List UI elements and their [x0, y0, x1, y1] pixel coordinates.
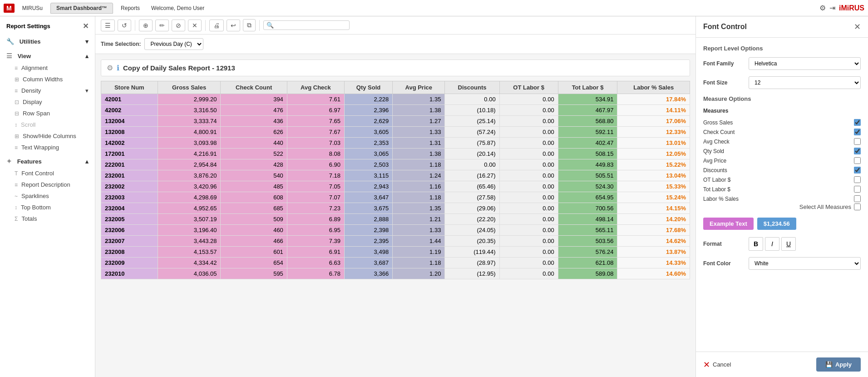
measure-checkbox-avg-check[interactable]: [854, 138, 861, 145]
table-cell: 0.00: [499, 214, 558, 225]
table-cell: 508.15: [558, 149, 617, 159]
nav-tab-reports[interactable]: Reports: [115, 3, 146, 14]
bold-button[interactable]: B: [749, 237, 763, 251]
menu-button[interactable]: ☰: [101, 20, 115, 31]
sidebar-utilities-header[interactable]: 🔧 Utilities ▾: [0, 35, 95, 48]
font-family-dropdown[interactable]: Helvetica Arial Times New Roman Courier …: [749, 57, 861, 70]
toolbar-separator-3: [259, 20, 260, 31]
add-button[interactable]: ⊕: [139, 20, 153, 31]
sidebar-item-text-wrapping[interactable]: ≡ Text Wrapping: [0, 142, 95, 153]
nav-tab-mirusu[interactable]: MIRUSu: [16, 3, 49, 14]
th-avg-price: Avg Price: [393, 81, 445, 94]
print-button[interactable]: 🖨: [209, 20, 224, 31]
apply-button[interactable]: 💾 Apply: [816, 357, 861, 372]
table-cell: (10.18): [445, 105, 499, 116]
table-cell: 13.01%: [617, 138, 690, 149]
clear-filter-button[interactable]: ✕: [188, 20, 202, 31]
measure-checkbox-tot-labor[interactable]: [854, 186, 861, 193]
sidebar-features-header[interactable]: ✦ Features ▴: [0, 155, 95, 168]
sidebar-item-report-description[interactable]: ≡ Report Description: [0, 179, 95, 190]
table-cell: 232002: [101, 181, 158, 192]
refresh-button[interactable]: ↺: [118, 20, 131, 31]
table-cell: 6.90: [287, 159, 344, 170]
sidebar-item-alignment[interactable]: ≡ Alignment: [0, 62, 95, 74]
apply-label: Apply: [835, 361, 852, 368]
table-cell: (24.05): [445, 225, 499, 236]
sparklines-icon: ~: [15, 193, 18, 199]
font-control-label: Font Control: [21, 170, 54, 177]
edit-button[interactable]: ✏: [155, 20, 169, 31]
cancel-button[interactable]: ✕ Cancel: [703, 360, 731, 370]
underline-button[interactable]: U: [781, 237, 796, 251]
table-cell: 592.11: [558, 127, 617, 138]
panel-close-button[interactable]: ✕: [854, 22, 861, 32]
measure-row: OT Labor $: [703, 175, 861, 184]
sidebar-item-row-span[interactable]: ⊟ Row Span: [0, 108, 95, 119]
italic-button[interactable]: I: [765, 237, 779, 251]
sidebar-item-display[interactable]: ⊡ Display: [0, 96, 95, 108]
table-cell: 1.18: [393, 159, 445, 170]
settings-icon[interactable]: ⚙: [819, 4, 826, 12]
table-cell: 0.00: [499, 170, 558, 181]
show-hide-icon: ⊞: [15, 133, 19, 139]
search-input[interactable]: [274, 22, 346, 29]
report-info-icon[interactable]: ℹ: [117, 64, 119, 72]
view-icon: ☰: [6, 52, 12, 60]
measure-checkbox-qty-sold[interactable]: [854, 148, 861, 154]
sidebar-view-header[interactable]: ☰ View ▴: [0, 50, 95, 62]
expand-button[interactable]: ⧉: [243, 19, 256, 31]
table-cell: 7.39: [287, 236, 344, 247]
filter-button[interactable]: ⊘: [172, 20, 185, 31]
table-cell: 4,036.05: [158, 268, 221, 279]
table-cell: 15.24%: [617, 192, 690, 203]
table-cell: 0.00: [499, 268, 558, 279]
sidebar-item-top-bottom[interactable]: ↕ Top Bottom: [0, 202, 95, 213]
panel-title: Font Control: [703, 23, 747, 31]
table-cell: (65.46): [445, 181, 499, 192]
table-cell: 0.00: [499, 116, 558, 127]
sidebar-section-view: ☰ View ▴ ≡ Alignment ⊞ Column Widths ≡ D…: [0, 50, 95, 153]
example-row: Example Text $1,234.56: [703, 218, 861, 230]
measure-checkbox-avg-price[interactable]: [854, 157, 861, 164]
sidebar-close-button[interactable]: ✕: [83, 22, 89, 30]
table-cell: 6.78: [287, 268, 344, 279]
sidebar-item-totals[interactable]: Σ Totals: [0, 213, 95, 224]
main-layout: Report Settings ✕ 🔧 Utilities ▾ ☰ View ▴: [0, 16, 868, 377]
sidebar-item-density[interactable]: ≡ Density ▾: [0, 85, 95, 96]
measure-checkbox-labor-pct[interactable]: [854, 195, 861, 202]
measure-name: Discounts: [703, 167, 727, 174]
sidebar-item-sparklines[interactable]: ~ Sparklines: [0, 190, 95, 202]
table-cell: 4,153.57: [158, 247, 221, 258]
measure-checkbox-gross-sales[interactable]: [854, 119, 861, 126]
table-cell: 6.91: [287, 247, 344, 258]
table-cell: 14.33%: [617, 258, 690, 268]
table-cell: 0.00: [499, 181, 558, 192]
search-box: 🔍: [263, 20, 350, 30]
toolbar-separator-1: [135, 20, 135, 31]
measure-checkbox-ot-labor[interactable]: [854, 176, 861, 183]
measure-row: Gross Sales: [703, 118, 861, 127]
example-price-button[interactable]: $1,234.56: [757, 218, 796, 230]
undo-button[interactable]: ↩: [227, 20, 240, 31]
measure-row: Avg Check: [703, 137, 861, 146]
table-cell: 12.33%: [617, 127, 690, 138]
nav-tab-smartdashboard[interactable]: Smart Dashboard™: [50, 3, 113, 14]
sidebar-item-font-control[interactable]: T Font Control: [0, 168, 95, 179]
table-cell: 142002: [101, 138, 158, 149]
select-all-checkbox[interactable]: [854, 203, 861, 210]
measure-checkbox-discounts[interactable]: [854, 167, 861, 174]
measure-checkbox-check-count[interactable]: [854, 129, 861, 135]
font-size-dropdown[interactable]: 891011 12141618: [749, 76, 861, 89]
time-selection-dropdown[interactable]: Previous Day (C): [144, 38, 203, 50]
search-icon: 🔍: [266, 22, 274, 29]
report-settings-gear-icon[interactable]: ⚙: [107, 64, 113, 72]
sidebar-item-show-hide-columns[interactable]: ⊞ Show/Hide Columns: [0, 130, 95, 142]
logout-icon[interactable]: ⇥: [829, 4, 835, 12]
table-cell: 0.00: [445, 94, 499, 105]
table-cell: 3,366: [344, 268, 392, 279]
example-text-button[interactable]: Example Text: [703, 218, 754, 230]
sidebar-item-column-widths[interactable]: ⊞ Column Widths: [0, 74, 95, 85]
th-discounts: Discounts: [445, 81, 499, 94]
font-color-dropdown[interactable]: White Black Red Blue Green Orange: [749, 257, 861, 270]
alignment-icon: ≡: [15, 65, 18, 71]
